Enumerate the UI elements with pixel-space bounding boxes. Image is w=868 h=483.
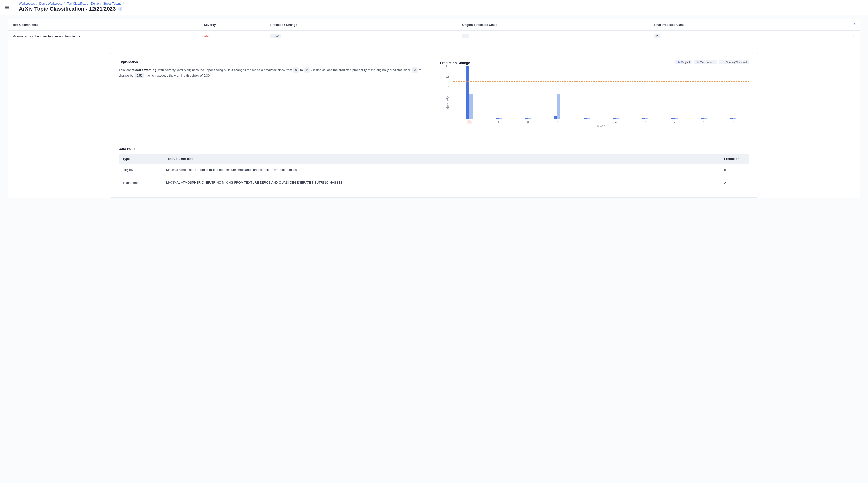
col-text[interactable]: Text Column: text <box>12 23 204 27</box>
chart-x-tick: 4 <box>601 121 630 124</box>
table-row[interactable]: Maximal atmospheric neutrino mixing from… <box>8 31 860 42</box>
orig-class-chip-inline: 0 <box>412 67 417 73</box>
chart-y-tick: 1 <box>446 64 447 67</box>
dp-col-type: Type <box>119 154 162 163</box>
bar-original <box>496 118 499 119</box>
double-chevron-down-icon <box>852 23 856 26</box>
chart-y-tick: 0.6 <box>446 86 449 89</box>
chart-x-tick: 7 <box>660 121 689 124</box>
explanation-block: Explanation This test raised a warning (… <box>119 60 428 137</box>
datapoint-heading: Data Point <box>119 147 749 151</box>
bar-original <box>613 119 616 119</box>
cell-text: Maximal atmospheric neutrino mixing from… <box>12 34 204 38</box>
bar-group <box>484 66 514 119</box>
cell-orig-class: 0 <box>462 34 654 38</box>
chart-x-tick: 1 <box>484 121 513 124</box>
legend-dash-threshold-icon <box>721 62 724 63</box>
bar-group <box>689 66 718 119</box>
page-title: ArXiv Topic Classification - 12/21/2023 … <box>19 6 125 12</box>
breadcrumb: Workspaces/ Demo Workspace/ Text Classif… <box>19 2 125 5</box>
bar-transformed <box>469 94 472 119</box>
col-final-class[interactable]: Final Predicted Class <box>654 23 845 27</box>
pred-change-chip: 0.52 <box>271 34 281 38</box>
bar-transformed <box>733 118 737 119</box>
cell-final-class: 2 <box>654 34 845 38</box>
chart-plot-area: 00.20.40.60.81 <box>453 66 749 119</box>
header-block: Workspaces/ Demo Workspace/ Text Classif… <box>14 0 130 14</box>
bar-transformed <box>704 118 707 119</box>
content: Text Column: text Severity ↓ Prediction … <box>0 15 868 207</box>
col-orig-class[interactable]: Original Predicted Class <box>462 23 654 27</box>
chart-y-tick: 0.4 <box>446 96 449 99</box>
chart-x-tick: 9 <box>689 121 718 124</box>
chart-legend: Original Transformed Warning Threshold <box>675 60 749 64</box>
chart-y-tick: 0.8 <box>446 75 449 78</box>
bar-original <box>672 119 675 119</box>
bar-group <box>514 66 543 119</box>
breadcrumb-link[interactable]: Workspaces <box>19 2 35 5</box>
col-pred-change[interactable]: Prediction Change <box>271 23 462 27</box>
legend-dot-original-icon <box>678 61 680 63</box>
bar-group <box>718 66 748 119</box>
to-class-chip: 2 <box>304 67 310 73</box>
menu-button[interactable] <box>0 0 14 15</box>
cell-pred-change: 0.52 <box>271 34 462 38</box>
col-severity[interactable]: Severity ↓ <box>204 23 271 27</box>
dp-cell-text: Maximal atmospheric neutrino mixing from… <box>162 163 720 176</box>
datapoint-table: Type Text Column: text Prediction Origin… <box>119 154 749 189</box>
orig-class-chip: 0 <box>462 34 469 38</box>
dp-cell-type: Original <box>119 163 162 176</box>
chart-x-label: CLASS <box>453 125 749 127</box>
breadcrumb-link[interactable]: Text Classification Demo <box>67 2 99 5</box>
chart-x-axis: 0162543798 <box>453 119 749 124</box>
final-class-chip: 2 <box>654 34 660 38</box>
dp-cell-pred: 0 <box>720 163 749 176</box>
row-collapse-button[interactable] <box>845 34 856 38</box>
legend-original: Original <box>675 60 692 64</box>
bar-group <box>601 66 631 119</box>
table-header-row: Text Column: text Severity ↓ Prediction … <box>8 20 860 31</box>
bar-transformed <box>616 119 619 119</box>
hamburger-icon <box>4 5 10 10</box>
bar-original <box>701 119 704 119</box>
from-class-chip: 0 <box>293 67 299 73</box>
explanation-text: This test raised a warning (with severit… <box>119 67 428 78</box>
col-severity-label: Severity <box>204 23 216 27</box>
bar-group <box>660 66 689 119</box>
chart-x-tick: 6 <box>513 121 542 124</box>
datapoint-row: OriginalMaximal atmospheric neutrino mix… <box>119 163 749 176</box>
bar-original <box>642 119 645 119</box>
cell-severity: Alert <box>204 34 271 38</box>
bar-group <box>455 66 484 119</box>
chevron-up-icon <box>852 34 856 37</box>
bar-transformed <box>587 118 590 119</box>
breadcrumb-link[interactable]: Stress Testing <box>103 2 121 5</box>
bar-original <box>466 66 469 119</box>
chart-x-tick: 2 <box>542 121 572 124</box>
bar-group <box>572 66 601 119</box>
collapse-all-button[interactable] <box>845 23 856 27</box>
legend-threshold: Warning Threshold <box>719 60 749 64</box>
bar-transformed <box>528 118 531 119</box>
chart-x-tick: 8 <box>718 121 748 124</box>
bar-group <box>543 66 572 119</box>
chart-x-tick: 0 <box>455 121 484 124</box>
chart-y-tick: 0 <box>446 118 447 120</box>
dp-cell-pred: 2 <box>720 176 749 189</box>
explanation-heading: Explanation <box>119 60 428 64</box>
chart-y-tick: 0.2 <box>446 107 449 110</box>
dp-col-text: Text Column: text <box>162 154 720 163</box>
info-icon[interactable]: i <box>118 7 122 11</box>
page-title-text: ArXiv Topic Classification - 12/21/2023 <box>19 6 116 12</box>
chart-x-tick: 5 <box>572 121 601 124</box>
sort-desc-icon: ↓ <box>218 24 220 26</box>
bar-transformed <box>557 94 560 119</box>
bar-original <box>525 118 528 119</box>
breadcrumb-link[interactable]: Demo Workspace <box>39 2 63 5</box>
legend-transformed: Transformed <box>694 60 717 64</box>
results-table: Text Column: text Severity ↓ Prediction … <box>8 19 860 198</box>
dp-col-pred: Prediction <box>720 154 749 163</box>
bar-transformed <box>499 119 502 119</box>
datapoint-row: TransformedMAXIMAL ATMOSPHERIC NEUTRINO … <box>119 176 749 189</box>
chart-x-tick: 3 <box>630 121 660 124</box>
